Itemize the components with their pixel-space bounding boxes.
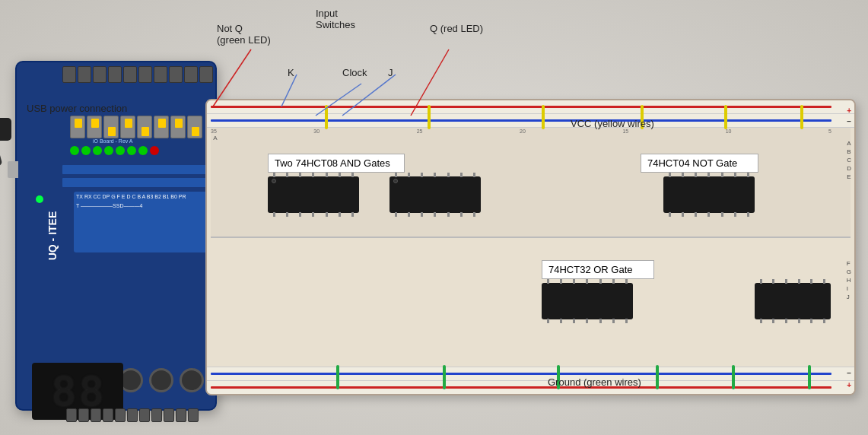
ic-pin xyxy=(734,173,736,177)
ic-pin xyxy=(473,173,475,177)
connector-pin xyxy=(154,66,167,83)
ic-pin xyxy=(586,279,588,284)
ic-pin xyxy=(447,173,450,177)
seg-digit-2: 8 xyxy=(80,372,103,411)
ground-label: Ground (green wires) xyxy=(548,376,641,388)
not-gate-label-box: 74HCT04 NOT Gate xyxy=(641,154,758,173)
seg-digit-1: 8 xyxy=(52,372,75,411)
switch-unit-1[interactable] xyxy=(70,116,85,138)
minus-marker-bottom: − xyxy=(847,369,851,377)
led-green-3 xyxy=(93,146,102,155)
bottom-pin xyxy=(127,408,138,422)
ic-pin xyxy=(721,212,723,217)
letter-c: C xyxy=(847,157,851,164)
ic-pin xyxy=(351,173,354,177)
io-row-1 xyxy=(62,165,218,174)
top-connector-row xyxy=(62,66,215,85)
ic-pin xyxy=(625,319,628,323)
gnd-rail-line-top xyxy=(211,119,831,122)
not-gate-label: 74HCT04 NOT Gate xyxy=(647,157,737,169)
yellow-wire-3 xyxy=(542,105,545,129)
main-container: UQ - ITEE iO Board - Rev A xyxy=(0,0,868,435)
ic-pin xyxy=(273,173,275,177)
bb-num-30: 30 xyxy=(313,129,320,139)
yellow-wire-2 xyxy=(428,105,431,129)
switch-unit-2[interactable] xyxy=(87,116,102,138)
or-gate-label-box: 74HCT32 OR Gate xyxy=(542,260,654,279)
ic-pin xyxy=(460,173,463,177)
switch-unit-8[interactable] xyxy=(187,116,202,138)
bottom-pin xyxy=(78,408,89,422)
switch-unit-3[interactable] xyxy=(103,116,119,138)
yellow-wire-5 xyxy=(724,105,727,129)
io-row-2 xyxy=(62,178,218,187)
bb-num-20: 20 xyxy=(520,129,526,139)
bb-num-5: 5 xyxy=(828,129,831,139)
ic-pin xyxy=(760,319,762,323)
letter-labels-top: A B C D E xyxy=(847,140,851,180)
led-green-4 xyxy=(104,146,113,155)
ic-pin xyxy=(669,212,671,217)
plus-marker-bottom: + xyxy=(847,381,851,389)
led-green-7 xyxy=(138,146,148,155)
switch-unit-5[interactable] xyxy=(137,116,152,138)
ic-pin xyxy=(798,279,800,284)
ic-pin xyxy=(747,173,749,177)
ic-pin xyxy=(299,173,301,177)
connector-pin xyxy=(169,66,183,83)
ic-pin xyxy=(707,173,710,177)
ic-pin xyxy=(286,173,288,177)
bottom-pin xyxy=(176,408,186,422)
letter-h: H xyxy=(847,277,851,284)
led-green-1 xyxy=(70,146,79,155)
input-switches-label: Input Switches xyxy=(316,8,355,30)
connector-pin xyxy=(93,66,107,83)
led-red-1 xyxy=(150,146,159,155)
minus-marker-top: − xyxy=(847,117,851,125)
ic-pin xyxy=(547,319,549,323)
ic-pin xyxy=(460,212,463,217)
not-q-label: Not Q (green LED) xyxy=(217,23,271,46)
board-center-text2: T ——————SSD———4 xyxy=(74,202,211,210)
potentiometer-4[interactable] xyxy=(180,368,204,392)
ic-pin xyxy=(408,212,410,217)
ic-pin xyxy=(547,279,549,284)
ic-pin xyxy=(312,173,314,177)
vcc-rail-line xyxy=(211,106,831,108)
ic-pin xyxy=(408,173,410,177)
letter-d: D xyxy=(847,165,851,172)
potentiometer-3[interactable] xyxy=(149,368,173,392)
ic-pin xyxy=(560,319,562,323)
switch-unit-7[interactable] xyxy=(170,116,186,138)
ic-pin xyxy=(625,279,628,284)
connector-pin xyxy=(138,66,152,83)
connector-pin xyxy=(78,66,91,83)
connector-pin xyxy=(123,66,137,83)
yellow-wire-1 xyxy=(325,105,328,129)
ic-pin xyxy=(721,173,723,177)
letter-f: F xyxy=(847,260,851,267)
green-wire-1 xyxy=(336,365,339,389)
ic-chip-and-2 xyxy=(389,176,481,213)
led-green-6 xyxy=(127,146,136,155)
bottom-pin xyxy=(91,408,101,422)
ic-pin xyxy=(326,212,328,217)
ic-pin xyxy=(785,319,787,323)
ic-pin xyxy=(772,279,774,284)
led-green-5 xyxy=(116,146,125,155)
bb-num-15: 15 xyxy=(622,129,628,139)
ic-pin xyxy=(351,212,354,217)
letter-i: I xyxy=(847,285,851,292)
ic-pin xyxy=(599,279,602,284)
switch-unit-4[interactable] xyxy=(120,116,135,138)
ic-pin xyxy=(772,319,774,323)
bb-num-10: 10 xyxy=(726,129,732,139)
ic-pin xyxy=(573,319,575,323)
switch-unit-6[interactable] xyxy=(154,116,169,138)
gnd-rail-line-bottom xyxy=(211,373,831,375)
led-green-2 xyxy=(81,146,91,155)
letter-labels-bottom: F G H I J xyxy=(847,260,851,300)
j-label: J xyxy=(388,67,393,78)
ic-chip-extra xyxy=(755,283,831,319)
ic-pin xyxy=(447,212,450,217)
